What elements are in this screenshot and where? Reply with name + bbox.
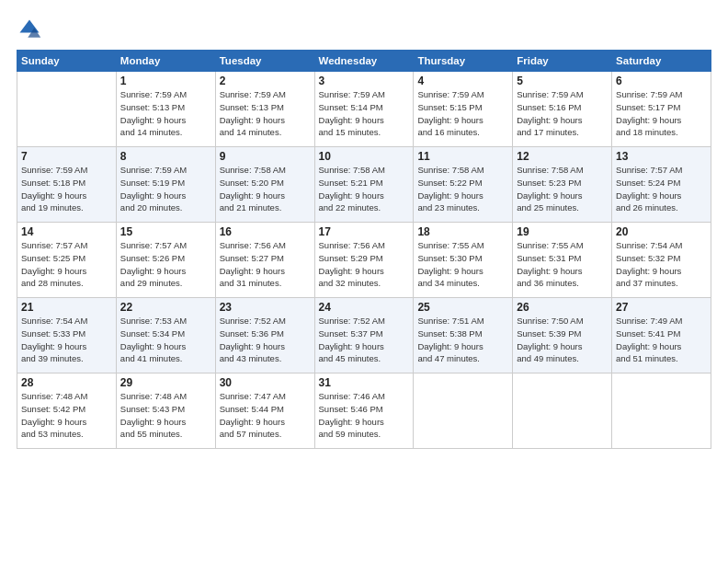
calendar-body: 1Sunrise: 7:59 AMSunset: 5:13 PMDaylight… xyxy=(17,72,711,449)
day-cell: 27Sunrise: 7:49 AMSunset: 5:41 PMDayligh… xyxy=(612,298,711,373)
day-info: Sunrise: 7:50 AMSunset: 5:39 PMDaylight:… xyxy=(517,315,608,365)
day-cell: 14Sunrise: 7:57 AMSunset: 5:25 PMDayligh… xyxy=(17,223,117,298)
day-number: 23 xyxy=(220,301,311,314)
day-number: 10 xyxy=(319,150,410,163)
day-number: 4 xyxy=(417,75,508,87)
col-header-sunday: Sunday xyxy=(17,51,117,72)
day-number: 2 xyxy=(220,75,311,87)
col-header-saturday: Saturday xyxy=(612,51,711,72)
week-row-3: 21Sunrise: 7:54 AMSunset: 5:33 PMDayligh… xyxy=(17,298,711,373)
week-row-0: 1Sunrise: 7:59 AMSunset: 5:13 PMDaylight… xyxy=(17,72,711,147)
day-number: 31 xyxy=(319,376,410,389)
day-info: Sunrise: 7:57 AMSunset: 5:24 PMDaylight:… xyxy=(616,164,707,214)
day-cell: 25Sunrise: 7:51 AMSunset: 5:38 PMDayligh… xyxy=(414,298,513,373)
day-cell: 12Sunrise: 7:58 AMSunset: 5:23 PMDayligh… xyxy=(513,147,612,223)
header xyxy=(17,17,711,42)
day-number: 20 xyxy=(616,225,707,238)
day-number: 9 xyxy=(220,150,311,163)
day-info: Sunrise: 7:59 AMSunset: 5:15 PMDaylight:… xyxy=(417,88,508,139)
day-cell: 26Sunrise: 7:50 AMSunset: 5:39 PMDayligh… xyxy=(513,298,612,373)
day-number: 21 xyxy=(21,301,112,314)
day-info: Sunrise: 7:59 AMSunset: 5:14 PMDaylight:… xyxy=(319,88,410,139)
day-number: 16 xyxy=(220,225,311,238)
day-number: 14 xyxy=(21,225,112,238)
day-cell xyxy=(414,373,513,449)
col-header-tuesday: Tuesday xyxy=(215,51,314,72)
week-row-1: 7Sunrise: 7:59 AMSunset: 5:18 PMDaylight… xyxy=(17,147,711,223)
day-number: 22 xyxy=(120,301,211,314)
day-cell: 31Sunrise: 7:46 AMSunset: 5:46 PMDayligh… xyxy=(314,373,414,449)
day-cell: 2Sunrise: 7:59 AMSunset: 5:13 PMDaylight… xyxy=(215,72,314,147)
day-info: Sunrise: 7:57 AMSunset: 5:25 PMDaylight:… xyxy=(21,239,112,290)
day-number: 30 xyxy=(220,376,311,389)
day-cell: 1Sunrise: 7:59 AMSunset: 5:13 PMDaylight… xyxy=(116,72,215,147)
day-cell: 24Sunrise: 7:52 AMSunset: 5:37 PMDayligh… xyxy=(314,298,414,373)
day-cell: 18Sunrise: 7:55 AMSunset: 5:30 PMDayligh… xyxy=(414,223,513,298)
day-cell: 13Sunrise: 7:57 AMSunset: 5:24 PMDayligh… xyxy=(612,147,711,223)
day-info: Sunrise: 7:58 AMSunset: 5:23 PMDaylight:… xyxy=(517,164,608,214)
day-info: Sunrise: 7:59 AMSunset: 5:19 PMDaylight:… xyxy=(120,164,211,214)
day-number: 24 xyxy=(319,301,410,314)
day-number: 27 xyxy=(616,301,707,314)
day-number: 29 xyxy=(120,376,211,389)
day-cell: 15Sunrise: 7:57 AMSunset: 5:26 PMDayligh… xyxy=(116,223,215,298)
day-number: 25 xyxy=(417,301,508,314)
day-number: 17 xyxy=(319,225,410,238)
day-cell: 4Sunrise: 7:59 AMSunset: 5:15 PMDaylight… xyxy=(414,72,513,147)
day-cell: 10Sunrise: 7:58 AMSunset: 5:21 PMDayligh… xyxy=(314,147,414,223)
day-info: Sunrise: 7:56 AMSunset: 5:29 PMDaylight:… xyxy=(319,239,410,290)
day-cell: 3Sunrise: 7:59 AMSunset: 5:14 PMDaylight… xyxy=(314,72,414,147)
day-number: 18 xyxy=(417,225,508,238)
day-info: Sunrise: 7:58 AMSunset: 5:20 PMDaylight:… xyxy=(220,164,311,214)
day-info: Sunrise: 7:59 AMSunset: 5:16 PMDaylight:… xyxy=(517,88,608,139)
day-cell: 20Sunrise: 7:54 AMSunset: 5:32 PMDayligh… xyxy=(612,223,711,298)
day-info: Sunrise: 7:52 AMSunset: 5:37 PMDaylight:… xyxy=(319,315,410,365)
day-number: 1 xyxy=(120,75,211,87)
day-cell: 9Sunrise: 7:58 AMSunset: 5:20 PMDaylight… xyxy=(215,147,314,223)
day-cell: 17Sunrise: 7:56 AMSunset: 5:29 PMDayligh… xyxy=(314,223,414,298)
day-cell: 11Sunrise: 7:58 AMSunset: 5:22 PMDayligh… xyxy=(414,147,513,223)
day-cell xyxy=(612,373,711,449)
day-info: Sunrise: 7:58 AMSunset: 5:22 PMDaylight:… xyxy=(417,164,508,214)
day-cell: 22Sunrise: 7:53 AMSunset: 5:34 PMDayligh… xyxy=(116,298,215,373)
day-cell: 19Sunrise: 7:55 AMSunset: 5:31 PMDayligh… xyxy=(513,223,612,298)
col-header-wednesday: Wednesday xyxy=(314,51,414,72)
day-info: Sunrise: 7:58 AMSunset: 5:21 PMDaylight:… xyxy=(319,164,410,214)
day-info: Sunrise: 7:54 AMSunset: 5:33 PMDaylight:… xyxy=(21,315,112,365)
days-header-row: SundayMondayTuesdayWednesdayThursdayFrid… xyxy=(17,51,711,72)
day-number: 12 xyxy=(517,150,608,163)
day-cell: 16Sunrise: 7:56 AMSunset: 5:27 PMDayligh… xyxy=(215,223,314,298)
day-info: Sunrise: 7:51 AMSunset: 5:38 PMDaylight:… xyxy=(417,315,508,365)
day-number: 13 xyxy=(616,150,707,163)
day-number: 19 xyxy=(517,225,608,238)
calendar: SundayMondayTuesdayWednesdayThursdayFrid… xyxy=(17,50,711,449)
day-number: 6 xyxy=(616,75,707,87)
day-info: Sunrise: 7:55 AMSunset: 5:30 PMDaylight:… xyxy=(417,239,508,290)
day-info: Sunrise: 7:52 AMSunset: 5:36 PMDaylight:… xyxy=(220,315,311,365)
day-info: Sunrise: 7:59 AMSunset: 5:18 PMDaylight:… xyxy=(21,164,112,214)
day-number: 8 xyxy=(120,150,211,163)
page: SundayMondayTuesdayWednesdayThursdayFrid… xyxy=(0,0,728,563)
col-header-friday: Friday xyxy=(513,51,612,72)
day-cell: 30Sunrise: 7:47 AMSunset: 5:44 PMDayligh… xyxy=(215,373,314,449)
day-cell: 7Sunrise: 7:59 AMSunset: 5:18 PMDaylight… xyxy=(17,147,117,223)
day-info: Sunrise: 7:49 AMSunset: 5:41 PMDaylight:… xyxy=(616,315,707,365)
day-number: 15 xyxy=(120,225,211,238)
day-number: 26 xyxy=(517,301,608,314)
day-info: Sunrise: 7:53 AMSunset: 5:34 PMDaylight:… xyxy=(120,315,211,365)
week-row-2: 14Sunrise: 7:57 AMSunset: 5:25 PMDayligh… xyxy=(17,223,711,298)
day-cell: 5Sunrise: 7:59 AMSunset: 5:16 PMDaylight… xyxy=(513,72,612,147)
day-info: Sunrise: 7:46 AMSunset: 5:46 PMDaylight:… xyxy=(319,390,410,441)
day-info: Sunrise: 7:54 AMSunset: 5:32 PMDaylight:… xyxy=(616,239,707,290)
day-cell: 28Sunrise: 7:48 AMSunset: 5:42 PMDayligh… xyxy=(17,373,117,449)
day-info: Sunrise: 7:57 AMSunset: 5:26 PMDaylight:… xyxy=(120,239,211,290)
week-row-4: 28Sunrise: 7:48 AMSunset: 5:42 PMDayligh… xyxy=(17,373,711,449)
col-header-monday: Monday xyxy=(116,51,215,72)
day-number: 28 xyxy=(21,376,112,389)
day-cell: 21Sunrise: 7:54 AMSunset: 5:33 PMDayligh… xyxy=(17,298,117,373)
day-info: Sunrise: 7:59 AMSunset: 5:17 PMDaylight:… xyxy=(616,88,707,139)
day-cell: 29Sunrise: 7:48 AMSunset: 5:43 PMDayligh… xyxy=(116,373,215,449)
day-info: Sunrise: 7:48 AMSunset: 5:42 PMDaylight:… xyxy=(21,390,112,441)
day-info: Sunrise: 7:55 AMSunset: 5:31 PMDaylight:… xyxy=(517,239,608,290)
logo xyxy=(17,17,46,42)
